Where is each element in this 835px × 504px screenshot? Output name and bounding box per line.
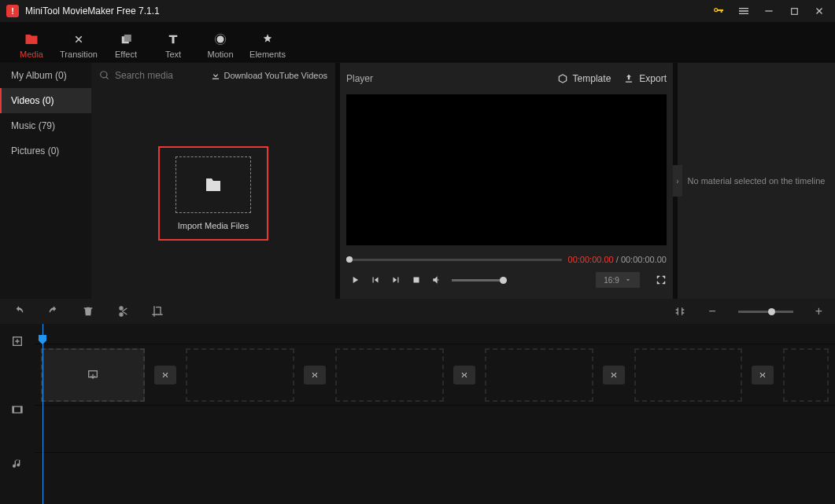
audio-track-icon <box>0 440 35 487</box>
search-icon <box>99 70 110 81</box>
progress-slider[interactable] <box>346 259 562 261</box>
template-label: Template <box>573 73 611 84</box>
video-track-icon <box>0 379 35 440</box>
prev-frame-button[interactable] <box>370 274 381 285</box>
sidebar-item-pictures[interactable]: Pictures (0) <box>0 138 91 164</box>
tab-transition-label: Transition <box>60 50 98 59</box>
premium-key-button[interactable] <box>709 2 728 20</box>
timecode: 00:00:00.00 / 00:00:00.00 <box>568 255 667 264</box>
tab-effect[interactable]: Effect <box>102 28 150 62</box>
svg-point-8 <box>120 314 123 316</box>
player-label: Player <box>346 73 545 84</box>
redo-button[interactable] <box>47 305 60 318</box>
import-media-label: Import Media Files <box>178 221 249 230</box>
aspect-ratio-label: 16:9 <box>604 276 619 285</box>
svg-point-4 <box>217 35 224 42</box>
svg-point-7 <box>120 307 123 310</box>
clip-slot[interactable] <box>335 348 444 402</box>
timeline <box>0 324 835 504</box>
maximize-button[interactable] <box>785 2 804 20</box>
template-icon <box>557 73 568 84</box>
play-button[interactable] <box>349 274 360 285</box>
playhead[interactable] <box>42 324 43 504</box>
clip-slot[interactable] <box>783 348 829 402</box>
close-button[interactable] <box>810 2 829 20</box>
hamburger-menu-button[interactable] <box>734 2 753 20</box>
media-sidebar: My Album (0) Videos (0) Music (79) Pictu… <box>0 63 91 299</box>
minimize-button[interactable] <box>759 2 778 20</box>
tab-media[interactable]: Media <box>8 28 55 62</box>
folder-icon <box>204 175 223 194</box>
export-icon <box>623 73 634 84</box>
properties-empty-label: No material selected on the timeline <box>688 176 826 186</box>
main-tabs: Media Transition Effect Text Motion Elem… <box>0 22 835 63</box>
zoom-slider[interactable] <box>738 311 793 313</box>
export-label: Export <box>639 73 667 84</box>
chevron-down-icon <box>624 276 632 284</box>
sidebar-item-videos[interactable]: Videos (0) <box>0 88 91 113</box>
transition-slot[interactable] <box>154 366 176 384</box>
stop-button[interactable] <box>411 274 422 285</box>
split-button[interactable] <box>116 305 129 318</box>
export-button[interactable]: Export <box>623 73 667 84</box>
undo-button[interactable] <box>13 305 25 318</box>
video-track[interactable] <box>35 344 835 406</box>
download-icon <box>210 70 221 81</box>
crop-button[interactable] <box>151 305 164 318</box>
transition-slot[interactable] <box>304 366 326 384</box>
add-track-button[interactable] <box>0 324 35 359</box>
tab-motion[interactable]: Motion <box>197 28 244 62</box>
svg-rect-12 <box>20 407 22 413</box>
properties-panel: › No material selected on the timeline <box>678 63 835 299</box>
auto-fit-button[interactable] <box>674 305 686 318</box>
tab-text-label: Text <box>165 50 181 59</box>
sidebar-item-my-album[interactable]: My Album (0) <box>0 63 91 88</box>
download-youtube-button[interactable]: Download YouTube Videos <box>210 70 328 81</box>
svg-rect-6 <box>414 278 419 283</box>
transition-slot[interactable] <box>752 366 774 384</box>
tab-transition[interactable]: Transition <box>55 28 102 62</box>
svg-rect-11 <box>13 407 14 413</box>
tab-media-label: Media <box>20 50 43 59</box>
svg-rect-0 <box>765 10 772 11</box>
clip-slot[interactable] <box>41 348 145 402</box>
download-youtube-label: Download YouTube Videos <box>224 71 328 80</box>
tab-elements[interactable]: Elements <box>244 28 291 62</box>
volume-button[interactable] <box>431 274 442 285</box>
timeline-ruler[interactable] <box>35 324 835 344</box>
template-button[interactable]: Template <box>557 73 611 84</box>
zoom-out-button[interactable]: − <box>708 305 715 318</box>
volume-slider[interactable] <box>452 279 507 281</box>
delete-button[interactable] <box>82 305 94 318</box>
search-input[interactable] <box>115 70 194 81</box>
clip-slot[interactable] <box>634 348 743 402</box>
app-logo <box>6 5 19 17</box>
collapse-handle[interactable]: › <box>673 165 682 197</box>
svg-rect-3 <box>124 35 131 42</box>
audio-track[interactable] <box>35 406 835 453</box>
transition-slot[interactable] <box>453 366 475 384</box>
clip-slot[interactable] <box>485 348 593 402</box>
video-preview <box>346 94 667 245</box>
sidebar-item-music[interactable]: Music (79) <box>0 113 91 138</box>
fullscreen-button[interactable] <box>656 274 667 285</box>
timecode-current: 00:00:00.00 <box>568 255 614 264</box>
zoom-in-button[interactable]: + <box>815 305 822 318</box>
next-frame-button[interactable] <box>390 274 401 285</box>
aspect-ratio-select[interactable]: 16:9 <box>596 272 640 288</box>
tab-elements-label: Elements <box>249 50 286 59</box>
tab-motion-label: Motion <box>207 50 233 59</box>
import-media-button[interactable]: Import Media Files <box>158 146 268 241</box>
transition-slot[interactable] <box>603 366 625 384</box>
timeline-toolbar: − + <box>0 299 835 324</box>
tab-effect-label: Effect <box>115 50 137 59</box>
app-title: MiniTool MovieMaker Free 7.1.1 <box>25 6 709 17</box>
svg-rect-1 <box>791 8 797 14</box>
tab-text[interactable]: Text <box>150 28 197 62</box>
clip-slot[interactable] <box>186 348 294 402</box>
timecode-total: 00:00:00.00 <box>621 255 667 264</box>
